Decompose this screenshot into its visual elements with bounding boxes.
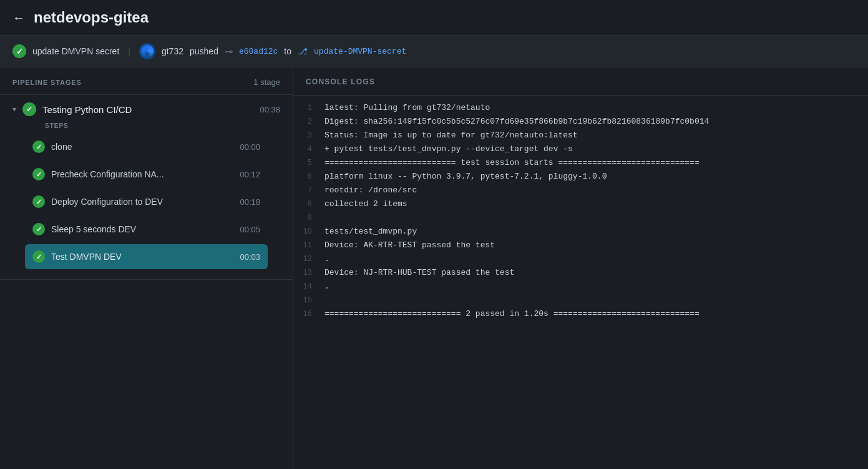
line-number: 9 bbox=[293, 213, 324, 222]
line-content: latest: Pulling from gt732/netauto bbox=[324, 103, 490, 112]
step-time: 00:05 bbox=[240, 225, 260, 234]
left-panel: PIPELINE STAGES 1 stage ▾ Testing Python… bbox=[0, 67, 293, 469]
pipeline-stages-label: PIPELINE STAGES bbox=[12, 79, 82, 86]
stage-count: 1 stage bbox=[253, 77, 280, 87]
step-time: 00:18 bbox=[240, 197, 260, 207]
connector-to: to bbox=[284, 46, 291, 56]
line-content: . bbox=[324, 282, 329, 291]
line-content: + pytest tests/test_dmvpn.py --device_ta… bbox=[324, 144, 573, 154]
log-line: 16============================ 2 passed … bbox=[293, 308, 868, 322]
commit-icon: ⊸ bbox=[225, 46, 233, 57]
line-number: 2 bbox=[293, 117, 324, 126]
stage-name: Testing Python CI/CD bbox=[42, 104, 253, 115]
commit-hash[interactable]: e60ad12c bbox=[239, 47, 278, 56]
stage-item: ▾ Testing Python CI/CD 00:38 STEPS clone… bbox=[0, 95, 293, 280]
line-content: ============================ 2 passed in… bbox=[324, 309, 700, 318]
log-line: 9 bbox=[293, 212, 868, 225]
line-content: Status: Image is up to date for gt732/ne… bbox=[324, 131, 578, 140]
branch-icon: ⎇ bbox=[298, 46, 308, 56]
build-status-icon bbox=[12, 44, 26, 58]
back-button[interactable]: ← bbox=[12, 11, 25, 25]
line-content: . bbox=[324, 254, 329, 264]
steps-label: STEPS bbox=[25, 122, 268, 129]
line-number: 7 bbox=[293, 185, 324, 195]
stage-time: 00:38 bbox=[260, 105, 280, 114]
top-bar: ← netdevops-gitea bbox=[0, 0, 868, 36]
console-title: CONSOLE LOGS bbox=[306, 77, 375, 86]
avatar bbox=[139, 43, 155, 59]
line-number: 11 bbox=[293, 240, 324, 250]
main-content: PIPELINE STAGES 1 stage ▾ Testing Python… bbox=[0, 67, 868, 469]
step-status-icon bbox=[32, 223, 45, 235]
log-line: 13Device: NJ-RTR-HUB-TEST passed the tes… bbox=[293, 267, 868, 280]
line-number: 4 bbox=[293, 144, 324, 154]
log-line: 1latest: Pulling from gt732/netauto bbox=[293, 102, 868, 116]
line-number: 8 bbox=[293, 199, 324, 209]
line-content: Digest: sha256:149f15fc0c5b5c5276c07fd69… bbox=[324, 117, 709, 126]
line-number: 5 bbox=[293, 158, 324, 167]
divider: | bbox=[128, 46, 130, 56]
line-content: platform linux -- Python 3.9.7, pytest-7… bbox=[324, 172, 607, 181]
build-name: update DMVPN secret bbox=[32, 46, 119, 56]
log-line: 3Status: Image is up to date for gt732/n… bbox=[293, 129, 868, 143]
step-name: Deploy Configuration to DEV bbox=[51, 197, 233, 207]
line-content: tests/test_dmvpn.py bbox=[324, 227, 417, 236]
branch-name[interactable]: update-DMVPN-secret bbox=[314, 47, 406, 56]
step-precheck[interactable]: Precheck Configuration NA... 00:12 bbox=[25, 162, 268, 187]
stage-status-icon bbox=[22, 102, 36, 116]
user-name: gt732 bbox=[162, 46, 183, 56]
log-line: 7rootdir: /drone/src bbox=[293, 184, 868, 198]
console-body[interactable]: 1latest: Pulling from gt732/netauto2Dige… bbox=[293, 96, 868, 469]
step-status-icon bbox=[32, 141, 45, 153]
line-number: 3 bbox=[293, 131, 324, 140]
line-number: 15 bbox=[293, 295, 324, 305]
log-line: 4+ pytest tests/test_dmvpn.py --device_t… bbox=[293, 143, 868, 157]
step-time: 00:00 bbox=[240, 142, 260, 152]
step-status-icon bbox=[32, 250, 45, 263]
line-content: =========================== test session… bbox=[324, 158, 700, 167]
step-clone[interactable]: clone 00:00 bbox=[25, 134, 268, 159]
step-status-icon bbox=[32, 168, 45, 180]
action-label: pushed bbox=[190, 46, 218, 56]
step-status-icon bbox=[32, 195, 45, 208]
step-time: 00:12 bbox=[240, 170, 260, 179]
line-content: collected 2 items bbox=[324, 199, 407, 209]
line-number: 13 bbox=[293, 268, 324, 277]
line-number: 10 bbox=[293, 227, 324, 236]
log-line: 8collected 2 items bbox=[293, 198, 868, 212]
console-header: CONSOLE LOGS bbox=[293, 67, 868, 96]
step-name: Test DMVPN DEV bbox=[51, 252, 233, 262]
line-number: 12 bbox=[293, 254, 324, 264]
line-content: Device: AK-RTR-TEST passed the test bbox=[324, 240, 495, 250]
line-number: 1 bbox=[293, 103, 324, 112]
line-number: 16 bbox=[293, 309, 324, 318]
line-number: 14 bbox=[293, 282, 324, 291]
step-name: Sleep 5 seconds DEV bbox=[51, 224, 233, 234]
step-test-dmvpn[interactable]: Test DMVPN DEV 00:03 bbox=[25, 244, 268, 269]
step-deploy[interactable]: Deploy Configuration to DEV 00:18 bbox=[25, 189, 268, 214]
log-line: 6platform linux -- Python 3.9.7, pytest-… bbox=[293, 170, 868, 184]
line-content: rootdir: /drone/src bbox=[324, 185, 417, 195]
stage-header[interactable]: ▾ Testing Python CI/CD 00:38 bbox=[12, 102, 280, 116]
steps-section: STEPS clone 00:00 Precheck Configuration… bbox=[12, 116, 280, 269]
step-sleep[interactable]: Sleep 5 seconds DEV 00:05 bbox=[25, 217, 268, 242]
right-panel: CONSOLE LOGS 1latest: Pulling from gt732… bbox=[293, 67, 868, 469]
page-title: netdevops-gitea bbox=[34, 9, 149, 26]
log-line: 2Digest: sha256:149f15fc0c5b5c5276c07fd6… bbox=[293, 116, 868, 129]
chevron-down-icon: ▾ bbox=[12, 105, 16, 114]
step-time: 00:03 bbox=[240, 252, 260, 262]
log-line: 5=========================== test sessio… bbox=[293, 157, 868, 170]
sub-header: update DMVPN secret | gt732 pushed ⊸ e60… bbox=[0, 36, 868, 67]
line-number: 6 bbox=[293, 172, 324, 181]
log-line: 12. bbox=[293, 253, 868, 267]
log-line: 15 bbox=[293, 294, 868, 308]
panel-header: PIPELINE STAGES 1 stage bbox=[0, 67, 293, 95]
step-name: Precheck Configuration NA... bbox=[51, 169, 233, 179]
log-line: 10tests/test_dmvpn.py bbox=[293, 225, 868, 239]
log-line: 11Device: AK-RTR-TEST passed the test bbox=[293, 239, 868, 253]
log-line: 14. bbox=[293, 280, 868, 294]
line-content: Device: NJ-RTR-HUB-TEST passed the test bbox=[324, 268, 514, 277]
step-name: clone bbox=[51, 142, 233, 152]
